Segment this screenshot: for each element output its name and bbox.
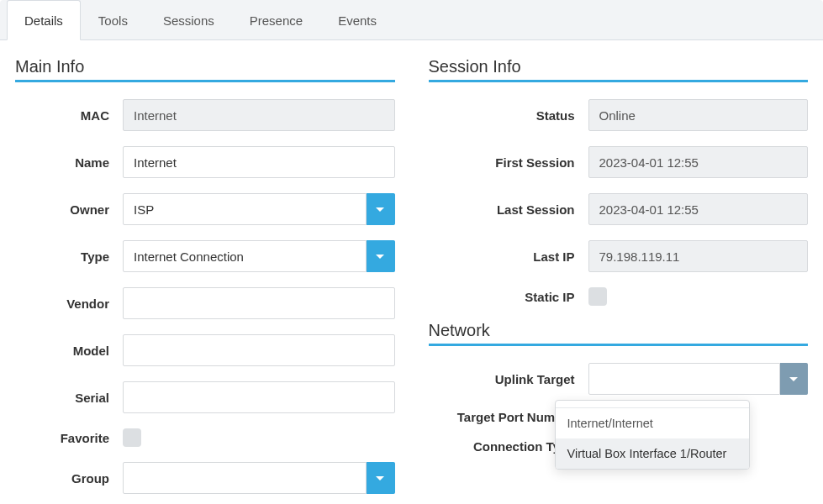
group-dropdown-button[interactable]	[367, 462, 395, 494]
caret-down-icon	[376, 476, 384, 480]
session-info-column: Session Info Status Online First Session…	[429, 57, 809, 504]
static-ip-checkbox[interactable]	[588, 287, 607, 306]
network-heading: Network	[429, 321, 809, 346]
status-label: Status	[429, 108, 588, 123]
last-session-label: Last Session	[429, 202, 588, 217]
last-ip-value: 79.198.119.11	[588, 240, 809, 272]
owner-dropdown-button[interactable]	[367, 193, 395, 225]
dropdown-option-virtualbox[interactable]: Virtual Box Interface 1/Router	[556, 438, 749, 469]
mac-value: Internet	[123, 99, 395, 131]
type-input[interactable]	[123, 240, 367, 272]
mac-label: MAC	[15, 108, 123, 123]
favorite-checkbox[interactable]	[123, 428, 141, 447]
uplink-target-label: Uplink Target	[429, 372, 588, 386]
static-ip-label: Static IP	[429, 290, 588, 304]
status-value: Online	[588, 99, 809, 131]
model-label: Model	[15, 344, 123, 358]
group-label: Group	[15, 471, 123, 486]
owner-input[interactable]	[123, 193, 367, 225]
caret-down-icon	[376, 255, 384, 259]
main-info-heading: Main Info	[15, 57, 395, 82]
uplink-dropdown-button[interactable]	[780, 363, 808, 395]
serial-label: Serial	[15, 391, 123, 405]
tabs-bar: Details Tools Sessions Presence Events	[0, 0, 823, 40]
name-label: Name	[15, 155, 123, 170]
dropdown-option-internet[interactable]: Internet/Internet	[556, 408, 749, 438]
main-info-column: Main Info MAC Internet Name Owner Type	[15, 57, 395, 504]
tab-sessions[interactable]: Sessions	[145, 0, 232, 39]
tab-events[interactable]: Events	[320, 0, 394, 39]
uplink-target-input[interactable]	[588, 363, 781, 395]
first-session-value: 2023-04-01 12:55	[588, 146, 809, 178]
tab-details[interactable]: Details	[7, 0, 81, 40]
favorite-label: Favorite	[15, 431, 123, 445]
caret-down-icon	[376, 207, 384, 212]
last-ip-label: Last IP	[429, 249, 588, 264]
caret-down-icon	[789, 377, 798, 381]
session-info-heading: Session Info	[429, 57, 809, 82]
model-input[interactable]	[123, 334, 395, 366]
serial-input[interactable]	[123, 381, 395, 413]
type-dropdown-button[interactable]	[367, 240, 395, 272]
type-label: Type	[15, 249, 123, 264]
tab-presence[interactable]: Presence	[232, 0, 320, 39]
last-session-value: 2023-04-01 12:55	[588, 193, 809, 225]
uplink-dropdown-menu: Internet/Internet Virtual Box Interface …	[555, 400, 750, 470]
name-input[interactable]	[123, 146, 395, 178]
tab-tools[interactable]: Tools	[81, 0, 145, 39]
group-input[interactable]	[123, 462, 367, 494]
vendor-label: Vendor	[15, 297, 123, 311]
owner-label: Owner	[15, 202, 123, 217]
vendor-input[interactable]	[123, 287, 395, 319]
first-session-label: First Session	[429, 155, 588, 170]
